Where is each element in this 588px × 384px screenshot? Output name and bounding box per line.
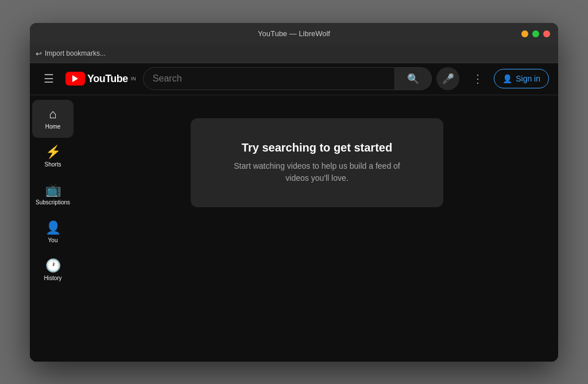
sidebar-label-home: Home [45,123,61,130]
sign-in-button[interactable]: 👤 Sign in [494,69,549,88]
microphone-button[interactable]: 🎤 [436,67,459,90]
youtube-logo-icon [65,72,85,86]
more-options-button[interactable]: ⋮ [466,67,489,90]
traffic-lights [521,30,550,37]
sidebar-label-history: History [44,275,61,281]
sidebar-item-history[interactable]: 🕐 History [32,251,74,289]
mic-icon: 🎤 [442,73,454,85]
sidebar-item-home[interactable]: ⌂ Home [32,100,74,138]
menu-button[interactable]: ☰ [39,67,59,90]
sidebar-label-subscriptions: Subscriptions [36,199,70,205]
traffic-light-red[interactable] [543,30,550,37]
sidebar-label-shorts: Shorts [45,161,61,168]
sign-in-label: Sign in [516,74,540,83]
search-input[interactable] [153,73,385,84]
search-icon: 🔍 [407,73,419,85]
youtube-logo[interactable]: YouTubeIN [65,72,136,86]
sidebar-item-you[interactable]: 👤 You [32,214,74,251]
search-container: 🔍 🎤 [143,67,459,90]
sidebar: ⌂ Home ⚡ Shorts 📺 Subscriptions 👤 You 🕐 [30,95,76,362]
sidebar-item-shorts[interactable]: ⚡ Shorts [32,138,74,176]
shorts-icon: ⚡ [45,146,61,158]
account-circle-icon: 👤 [502,74,512,83]
top-nav: ☰ YouTubeIN 🔍 🎤 ⋮ [30,63,558,95]
search-button[interactable]: 🔍 [395,67,432,90]
empty-state: Try searching to get started Start watch… [191,118,443,207]
empty-state-subtitle: Start watching videos to help us build a… [225,160,409,184]
browser-window: YouTube — LibreWolf ↩ Import bookmarks..… [30,23,558,362]
sidebar-item-subscriptions[interactable]: 📺 Subscriptions [32,176,74,214]
hamburger-icon: ☰ [44,72,54,86]
import-bookmarks-label: Import bookmarks... [45,49,106,57]
main-layout: ⌂ Home ⚡ Shorts 📺 Subscriptions 👤 You 🕐 [30,95,558,362]
you-icon: 👤 [45,222,61,234]
bookmark-item-import[interactable]: ↩ Import bookmarks... [36,49,106,58]
more-icon: ⋮ [472,72,483,86]
youtube-app: ☰ YouTubeIN 🔍 🎤 ⋮ [30,63,558,362]
import-bookmarks-icon: ↩ [36,49,42,58]
content-area: Try searching to get started Start watch… [76,95,558,362]
subscriptions-icon: 📺 [45,184,61,196]
youtube-logo-text: YouTube [87,73,128,85]
nav-right: ⋮ 👤 Sign in [466,67,549,90]
empty-state-title: Try searching to get started [225,141,409,154]
youtube-logo-country: IN [131,76,136,82]
title-bar: YouTube — LibreWolf [30,23,558,45]
home-icon: ⌂ [49,108,56,121]
bookmark-bar: ↩ Import bookmarks... [30,45,558,63]
title-bar-text: YouTube — LibreWolf [258,29,330,38]
sidebar-label-you: You [48,237,58,243]
traffic-light-green[interactable] [532,30,539,37]
search-input-wrap [143,67,395,90]
history-icon: 🕐 [45,259,61,272]
traffic-light-yellow[interactable] [521,30,528,37]
